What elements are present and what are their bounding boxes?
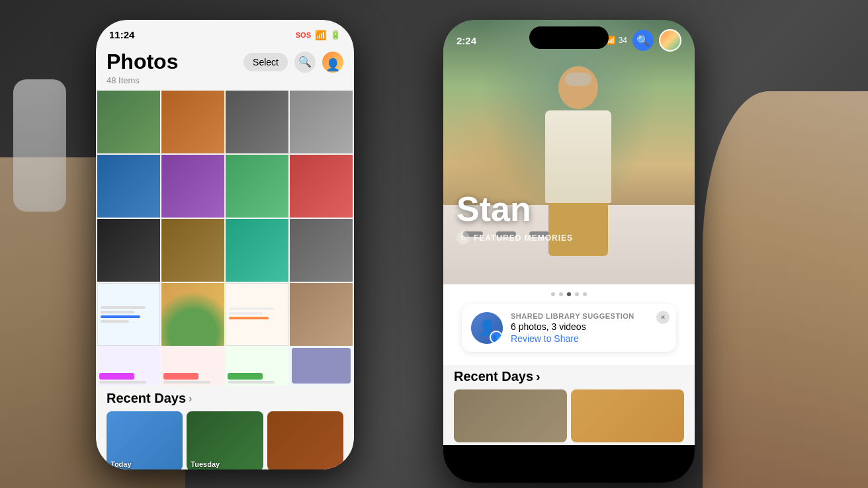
- hand-right: [703, 91, 868, 488]
- thumb-label-tuesday: Tuesday: [191, 460, 220, 468]
- dot-2[interactable]: [559, 292, 563, 296]
- photo-cell[interactable]: [290, 283, 353, 346]
- recent-days-chevron: ›: [189, 393, 192, 405]
- photo-cell[interactable]: [161, 219, 224, 282]
- recent-thumb-other[interactable]: [267, 411, 343, 469]
- left-status-bar: 11:24 SOS 📶 🔋: [96, 20, 354, 44]
- left-status-icons: SOS 📶 🔋: [296, 30, 341, 40]
- thumb-label-today: Today: [110, 460, 132, 468]
- photo-cell[interactable]: [226, 91, 288, 153]
- suggestion-description: 6 photos, 3 videos: [511, 321, 667, 332]
- suggestion-close-button[interactable]: ×: [656, 311, 670, 324]
- screenshot-cell[interactable]: [97, 346, 160, 386]
- suggestion-badge: 👥: [490, 331, 503, 344]
- dynamic-island: [529, 26, 609, 49]
- photo-cell[interactable]: [226, 155, 288, 218]
- right-phone: 2:24 ▪▪ 📶 34 🔍: [443, 20, 695, 483]
- left-time: 11:24: [109, 29, 134, 40]
- email-screenshot-rows: [96, 346, 354, 386]
- battery-icon: 🔋: [330, 30, 341, 40]
- right-time: 2:24: [456, 35, 476, 46]
- dot-5[interactable]: [583, 292, 587, 296]
- photo-grid: [96, 91, 354, 346]
- photo-cell[interactable]: [97, 219, 160, 282]
- right-top-icons: ▪▪ 📶 34 🔍: [597, 29, 681, 52]
- right-avatar-button[interactable]: [659, 29, 681, 52]
- suggestion-avatar: 👤 👥: [471, 312, 503, 344]
- photo-cell[interactable]: [97, 91, 160, 153]
- photo-cell[interactable]: [290, 155, 353, 218]
- right-phone-screen: 2:24 ▪▪ 📶 34 🔍: [443, 20, 695, 483]
- screenshot-cell[interactable]: [161, 346, 224, 386]
- suggestion-card-wrapper: 👤 👥 SHARED LIBRARY SUGGESTION 6 photos, …: [443, 304, 695, 365]
- recent-thumb-today[interactable]: Today: [107, 411, 183, 469]
- recent-thumb-tuesday[interactable]: Tuesday: [187, 411, 263, 469]
- right-search-button[interactable]: 🔍: [632, 30, 654, 51]
- person-name-overlay: Stan ↻ FEATURED MEMORIES: [456, 189, 681, 245]
- person-photo[interactable]: Stan ↻ FEATURED MEMORIES: [443, 20, 695, 284]
- left-phone-screen: 11:24 SOS 📶 🔋 Photos Select 🔍 👤 48 Items: [96, 20, 354, 469]
- screenshot-cell[interactable]: [226, 346, 288, 386]
- featured-memories-label: FEATURED MEMORIES: [474, 233, 573, 243]
- photo-cell[interactable]: [161, 155, 224, 218]
- dot-4[interactable]: [575, 292, 579, 296]
- person-name: Stan: [456, 189, 681, 229]
- right-recent-chevron: ›: [536, 369, 541, 384]
- screenshot-cell[interactable]: [290, 346, 353, 386]
- suggestion-label: SHARED LIBRARY SUGGESTION: [511, 312, 667, 320]
- apple-tv-remote: [13, 79, 66, 212]
- select-button[interactable]: Select: [243, 53, 288, 71]
- right-thumb-2[interactable]: [571, 389, 684, 442]
- photo-cell-email[interactable]: [97, 283, 160, 346]
- photos-header: Photos Select 🔍 👤 48 Items: [96, 44, 354, 91]
- search-button[interactable]: 🔍: [294, 52, 316, 73]
- right-recent-section: Recent Days ›: [443, 365, 695, 445]
- recent-days-thumbnails: Today Tuesday: [107, 411, 343, 469]
- sos-indicator: SOS: [296, 31, 311, 39]
- suggestion-card: 👤 👥 SHARED LIBRARY SUGGESTION 6 photos, …: [462, 304, 676, 352]
- photo-cell[interactable]: [290, 219, 353, 282]
- photos-title: Photos: [107, 50, 178, 74]
- photo-cell[interactable]: [161, 91, 224, 153]
- suggestion-link[interactable]: Review to Share: [511, 333, 667, 344]
- dot-1[interactable]: [551, 292, 555, 296]
- dots-indicator: [443, 284, 695, 304]
- right-battery-percent: 34: [619, 36, 627, 45]
- photo-cell-email2[interactable]: [226, 283, 288, 346]
- left-phone: 11:24 SOS 📶 🔋 Photos Select 🔍 👤 48 Items: [96, 20, 354, 469]
- suggestion-content: SHARED LIBRARY SUGGESTION 6 photos, 3 vi…: [511, 312, 667, 344]
- recent-days-title[interactable]: Recent Days ›: [107, 391, 343, 406]
- avatar-button[interactable]: 👤: [322, 52, 343, 73]
- photo-cell[interactable]: [226, 219, 288, 282]
- recent-days-section: Recent Days › Today Tuesday: [96, 386, 354, 469]
- photo-cell[interactable]: [161, 283, 224, 346]
- photos-title-row: Photos Select 🔍 👤: [107, 50, 343, 74]
- photos-actions: Select 🔍 👤: [243, 52, 343, 73]
- right-recent-thumbnails: [454, 389, 684, 442]
- photos-count: 48 Items: [107, 75, 343, 85]
- right-recent-title[interactable]: Recent Days ›: [454, 369, 684, 384]
- photo-cell[interactable]: [97, 155, 160, 218]
- dot-3-active[interactable]: [567, 292, 571, 296]
- man-head: [558, 66, 598, 109]
- right-thumb-1[interactable]: [454, 389, 567, 442]
- wifi-icon: 📶: [315, 30, 326, 40]
- featured-memories[interactable]: ↻ FEATURED MEMORIES: [456, 231, 681, 245]
- photo-cell[interactable]: [290, 91, 353, 153]
- memories-icon: ↻: [456, 231, 470, 245]
